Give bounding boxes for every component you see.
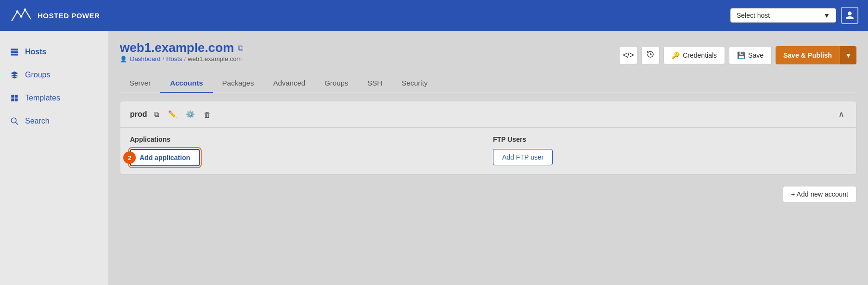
- add-application-wrapper: 2 Add application: [130, 149, 200, 166]
- svg-point-10: [11, 118, 16, 123]
- page-title-area: web1.example.com ⧉: [120, 40, 243, 55]
- account-name: prod: [130, 110, 147, 119]
- account-collapse-button[interactable]: ∧: [836, 108, 846, 121]
- user-avatar[interactable]: [841, 7, 858, 24]
- applications-section: Applications 2 Add application: [130, 136, 483, 166]
- main-content: web1.example.com ⧉ 👤 Dashboard / Hosts /…: [108, 31, 868, 285]
- page-title: web1.example.com: [120, 40, 234, 55]
- sidebar-item-templates[interactable]: Templates: [0, 87, 108, 110]
- brand-name: HOSTED POWER: [38, 12, 100, 20]
- svg-rect-6: [11, 95, 14, 98]
- breadcrumb-current: web1.example.com: [188, 55, 242, 62]
- select-host-label: Select host: [737, 12, 770, 19]
- account-copy-button[interactable]: ⧉: [152, 109, 161, 120]
- main-layout: Hosts Groups Templates Search w: [0, 0, 868, 285]
- topnav: HOSTED POWER Select host ▼: [0, 0, 868, 31]
- tab-security[interactable]: Security: [392, 74, 437, 93]
- svg-rect-9: [15, 99, 18, 101]
- svg-point-0: [16, 11, 19, 13]
- account-card: prod ⧉ ✏️ ⚙️ 🗑 ∧: [120, 101, 856, 174]
- tabs: Server Accounts Packages Advanced Groups…: [120, 74, 856, 93]
- breadcrumb-sep1: /: [163, 55, 165, 62]
- account-settings-button[interactable]: ⚙️: [184, 109, 197, 120]
- tab-groups[interactable]: Groups: [315, 74, 358, 93]
- ftp-users-title: FTP Users: [493, 136, 846, 143]
- svg-rect-5: [11, 54, 18, 56]
- chevron-up-icon: ∧: [838, 110, 844, 119]
- layers-icon: [10, 70, 19, 80]
- account-delete-button[interactable]: 🗑: [202, 110, 213, 120]
- tab-server-label: Server: [130, 79, 151, 87]
- history-button[interactable]: [641, 46, 660, 64]
- select-host-dropdown[interactable]: Select host ▼: [730, 8, 836, 23]
- breadcrumb-dashboard[interactable]: Dashboard: [130, 55, 161, 62]
- save-icon: 💾: [737, 51, 745, 59]
- breadcrumb-hosts[interactable]: Hosts: [166, 55, 182, 62]
- sidebar-item-hosts[interactable]: Hosts: [0, 40, 108, 63]
- key-icon: 🔑: [672, 51, 680, 59]
- template-icon: [10, 93, 19, 103]
- copy-icon[interactable]: ⧉: [238, 44, 243, 52]
- tab-packages-label: Packages: [222, 79, 254, 87]
- sidebar-item-hosts-label: Hosts: [25, 48, 46, 56]
- svg-rect-8: [11, 99, 14, 101]
- svg-rect-4: [11, 51, 18, 53]
- tab-accounts-label: Accounts: [170, 79, 203, 87]
- tab-ssh-label: SSH: [367, 79, 382, 87]
- save-button[interactable]: 💾 Save: [729, 46, 772, 64]
- step-badge: 2: [123, 151, 136, 164]
- sidebar-item-templates-label: Templates: [25, 94, 60, 102]
- delete-icon: 🗑: [204, 111, 211, 119]
- tab-groups-label: Groups: [324, 79, 348, 87]
- tab-advanced[interactable]: Advanced: [263, 74, 315, 93]
- brand-logo: HOSTED POWER: [10, 6, 100, 25]
- account-header: prod ⧉ ✏️ ⚙️ 🗑 ∧: [120, 101, 856, 128]
- credentials-label: Credentials: [683, 51, 717, 59]
- tab-security-label: Security: [402, 79, 428, 87]
- applications-title: Applications: [130, 136, 483, 143]
- sidebar-item-search[interactable]: Search: [0, 110, 108, 133]
- history-icon: [647, 50, 654, 60]
- tab-packages[interactable]: Packages: [213, 74, 264, 93]
- sidebar-item-groups[interactable]: Groups: [0, 63, 108, 87]
- tab-ssh[interactable]: SSH: [358, 74, 392, 93]
- sidebar-item-groups-label: Groups: [25, 71, 50, 79]
- chevron-down-icon: ▼: [845, 51, 852, 59]
- logo-icon: [10, 6, 33, 25]
- sidebar: Hosts Groups Templates Search: [0, 31, 108, 285]
- add-new-account-button[interactable]: + Add new account: [783, 186, 856, 202]
- svg-rect-7: [15, 95, 18, 98]
- save-publish-label: Save & Publish: [783, 51, 832, 59]
- code-button[interactable]: </>: [619, 46, 637, 64]
- server-icon: [10, 47, 19, 57]
- save-publish-chevron-button[interactable]: ▼: [840, 46, 856, 64]
- breadcrumb-sep2: /: [184, 55, 186, 62]
- chevron-down-icon: ▼: [823, 12, 830, 19]
- account-name-area: prod ⧉ ✏️ ⚙️ 🗑: [130, 109, 213, 120]
- tab-server[interactable]: Server: [120, 74, 160, 93]
- add-application-button[interactable]: Add application: [130, 149, 200, 166]
- add-ftp-user-button[interactable]: Add FTP user: [493, 149, 553, 165]
- account-body: Applications 2 Add application FTP Users…: [120, 128, 856, 174]
- settings-icon: ⚙️: [186, 110, 195, 119]
- edit-icon: ✏️: [168, 110, 177, 119]
- topnav-right: Select host ▼: [730, 7, 858, 24]
- svg-point-2: [24, 9, 26, 11]
- search-icon: [10, 116, 19, 126]
- tab-accounts[interactable]: Accounts: [160, 74, 212, 93]
- svg-point-1: [20, 15, 23, 18]
- toolbar: </> 🔑 Credentials 💾 Save Sav: [619, 46, 856, 64]
- tab-advanced-label: Advanced: [273, 79, 305, 87]
- add-new-account-area: + Add new account: [120, 182, 856, 206]
- page-header: web1.example.com ⧉ 👤 Dashboard / Hosts /…: [120, 40, 856, 70]
- sidebar-item-search-label: Search: [25, 117, 50, 125]
- save-publish-button[interactable]: Save & Publish: [776, 46, 840, 64]
- ftp-users-section: FTP Users Add FTP user: [493, 136, 846, 166]
- account-edit-button[interactable]: ✏️: [166, 109, 179, 120]
- user-icon: [845, 11, 855, 20]
- svg-rect-3: [11, 49, 18, 50]
- credentials-button[interactable]: 🔑 Credentials: [663, 46, 725, 64]
- breadcrumb: 👤 Dashboard / Hosts / web1.example.com: [120, 55, 243, 62]
- copy-icon: ⧉: [154, 110, 159, 119]
- breadcrumb-icon: 👤: [120, 56, 127, 62]
